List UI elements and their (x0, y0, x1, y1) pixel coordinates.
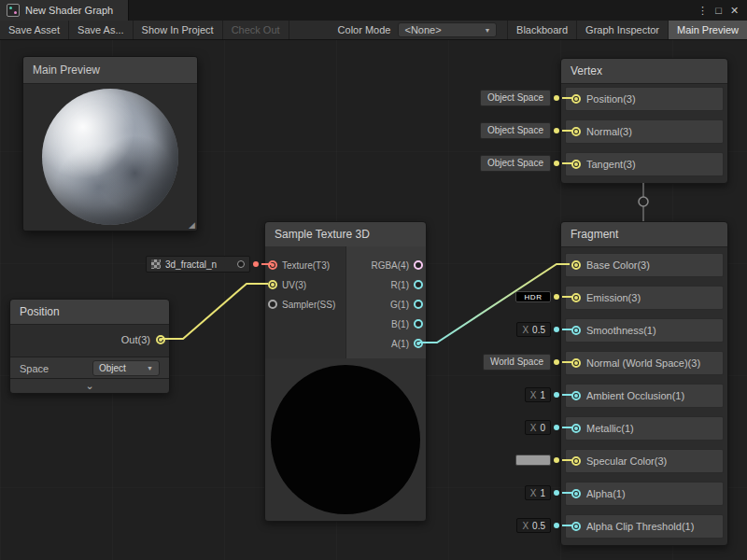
object-picker-icon[interactable] (237, 260, 245, 268)
port-label: G(1) (390, 300, 409, 310)
fragment-row-smoothness[interactable]: Smoothness(1) (565, 318, 724, 343)
port-rgba-output[interactable] (414, 260, 423, 270)
port-label: Texture(T3) (282, 260, 330, 271)
texture-object-field[interactable]: 3d_fractal_n (146, 256, 250, 273)
port-label: B(1) (391, 319, 409, 329)
check-out-button[interactable]: Check Out (223, 21, 289, 39)
color-mode-dropdown[interactable]: <None> ▼ (398, 22, 497, 37)
blackboard-toggle-button[interactable]: Blackboard (507, 21, 576, 39)
resize-grip-icon[interactable]: ◢ (189, 220, 195, 230)
close-icon[interactable]: ✕ (726, 0, 742, 21)
ambient-occlusion-value: 1 (540, 390, 545, 400)
fragment-row-metallic[interactable]: Metallic(1) (565, 416, 724, 441)
widget-port-dot (554, 523, 559, 528)
port-label: Out(3) (121, 334, 150, 345)
smoothness-widget-group: X 0.5 (516, 321, 573, 338)
object-space-dropdown[interactable]: Object Space (480, 155, 551, 172)
object-space-dropdown[interactable]: Object Space (480, 122, 551, 139)
fragment-row-alpha[interactable]: Alpha(1) (565, 482, 724, 506)
input-row-texture[interactable]: Texture(T3) (268, 256, 330, 274)
alpha-float-field[interactable]: X 1 (525, 485, 551, 500)
alpha-value: 1 (540, 488, 545, 498)
port-sampler-input[interactable] (268, 300, 277, 309)
color-mode-label: Color Mode (331, 21, 399, 39)
fragment-row-base-color[interactable]: Base Color(3) (565, 253, 724, 277)
specular-color-field[interactable] (515, 455, 551, 466)
widget-port-dot (253, 261, 259, 267)
port-label: Alpha(1) (586, 488, 626, 499)
widget-port-dot (554, 392, 559, 398)
object-space-node-position[interactable]: Object Space (480, 90, 573, 106)
maximize-icon[interactable]: □ (711, 0, 726, 21)
vertex-row-position[interactable]: Position(3) (565, 87, 724, 111)
position-row-out[interactable]: Out(3) (10, 328, 169, 352)
widget-wire (562, 162, 573, 164)
save-as-button[interactable]: Save As... (69, 21, 134, 39)
chevron-collapse-icon: ⌄ (85, 380, 93, 392)
show-in-project-button[interactable]: Show In Project (134, 21, 223, 39)
position-node[interactable]: Position Out(3) Space Object ▼ ⌄ (9, 299, 170, 394)
port-r-output[interactable] (414, 280, 423, 289)
port-g-output[interactable] (414, 300, 423, 309)
widget-wire (562, 492, 573, 494)
space-dropdown[interactable]: Object ▼ (92, 360, 160, 376)
object-space-node-tangent[interactable]: Object Space (480, 155, 573, 172)
ambient-occlusion-float-field[interactable]: X 1 (525, 387, 551, 402)
object-space-node-normal[interactable]: Object Space (480, 122, 573, 139)
port-position-out[interactable] (156, 335, 165, 344)
vertex-row-normal[interactable]: Normal(3) (565, 119, 724, 144)
main-preview-body: ◢ (23, 84, 197, 230)
object-space-dropdown[interactable]: Object Space (480, 90, 551, 106)
output-row-g[interactable]: G(1) (390, 295, 423, 314)
port-uv-input[interactable] (268, 280, 277, 289)
main-preview-title[interactable]: Main Preview (23, 57, 197, 84)
main-preview-toggle-button[interactable]: Main Preview (668, 21, 747, 39)
fragment-node[interactable]: Fragment Base Color(3) Emission(3) Smoot… (560, 221, 728, 546)
output-row-rgba[interactable]: RGBA(4) (371, 256, 423, 274)
shader-graph-window: New Shader Graph ⋮ □ ✕ Save Asset Save A… (0, 0, 747, 560)
output-row-b[interactable]: B(1) (391, 315, 423, 333)
widget-wire (562, 427, 573, 428)
widget-port-dot (554, 294, 559, 300)
input-row-uv[interactable]: UV(3) (268, 275, 306, 294)
widget-port-dot (554, 327, 559, 332)
emission-hdr-color-field[interactable]: HDR (515, 291, 551, 302)
tab-new-shader-graph[interactable]: New Shader Graph (0, 0, 129, 21)
fragment-row-ambient-occlusion[interactable]: Ambient Occlusion(1) (565, 384, 724, 408)
ambient-occlusion-widget-group: X 1 (525, 386, 573, 403)
normal-space-dropdown[interactable]: World Space (483, 354, 551, 371)
smoothness-float-field[interactable]: X 0.5 (516, 322, 551, 337)
window-controls: ⋮ □ ✕ (695, 0, 747, 21)
smoothness-value: 0.5 (532, 325, 545, 335)
x-component-label: X (530, 423, 537, 433)
port-a-output[interactable] (414, 339, 423, 348)
position-node-title: Position (10, 300, 169, 325)
port-b-output[interactable] (414, 319, 423, 329)
sample-texture-3d-node[interactable]: Sample Texture 3D Texture(T3) UV(3) Samp… (264, 221, 427, 522)
fragment-node-title: Fragment (561, 222, 727, 247)
save-asset-button[interactable]: Save Asset (0, 21, 69, 39)
fragment-row-normal-world-space[interactable]: Normal (World Space)(3) (565, 351, 724, 375)
node-collapse-button[interactable]: ⌄ (10, 378, 169, 393)
alpha-clip-threshold-float-field[interactable]: X 0.5 (516, 518, 551, 533)
vertex-node[interactable]: Vertex Position(3) Normal(3) Tangent(3) (560, 58, 728, 184)
port-label: Alpha Clip Threshold(1) (586, 521, 694, 532)
fragment-row-emission[interactable]: Emission(3) (565, 286, 724, 310)
kebab-menu-icon[interactable]: ⋮ (695, 0, 711, 21)
output-row-a[interactable]: A(1) (391, 334, 423, 353)
vertex-row-tangent[interactable]: Tangent(3) (565, 152, 724, 176)
port-label: Tangent(3) (586, 159, 636, 170)
position-space-row: Space Object ▼ (10, 357, 169, 379)
graph-inspector-toggle-button[interactable]: Graph Inspector (576, 21, 668, 39)
fragment-row-alpha-clip-threshold[interactable]: Alpha Clip Threshold(1) (565, 514, 724, 539)
port-base-color[interactable] (571, 260, 581, 270)
port-label: Ambient Occlusion(1) (586, 390, 684, 401)
output-row-r[interactable]: R(1) (391, 275, 423, 294)
texture-object-field-group: 3d_fractal_n (146, 256, 273, 273)
port-label: Specular Color(3) (586, 455, 667, 467)
fragment-row-specular-color[interactable]: Specular Color(3) (565, 449, 724, 473)
input-row-sampler[interactable]: Sampler(SS) (268, 295, 335, 314)
metallic-float-field[interactable]: X 0 (525, 420, 551, 435)
port-label: Position(3) (586, 93, 636, 105)
main-preview-panel[interactable]: Main Preview ◢ (22, 56, 198, 231)
